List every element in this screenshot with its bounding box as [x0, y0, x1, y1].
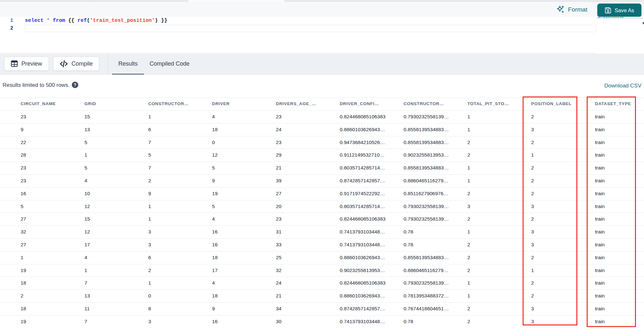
svg-text:?: ? — [74, 82, 77, 87]
